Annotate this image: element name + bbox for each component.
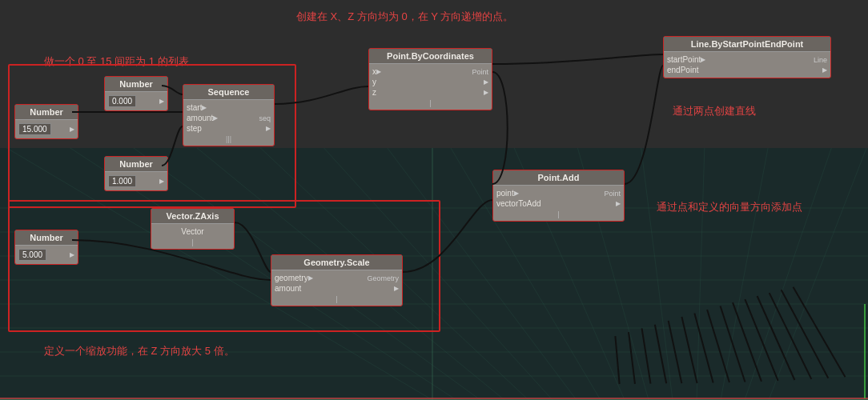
- node-lbsep-start: startPoint▶ Line: [667, 54, 827, 65]
- node-vz-vector: Vector: [155, 226, 231, 237]
- node-lbsep-title: Line.ByStartPointEndPoint: [664, 37, 830, 52]
- node-number-0-row: 0.000 ▶: [108, 94, 164, 108]
- node-line-by-start-end-point[interactable]: Line.ByStartPointEndPoint startPoint▶ Li…: [663, 36, 831, 78]
- node-number-5-title: Number: [15, 230, 78, 246]
- node-number-0-title: Number: [105, 77, 167, 92]
- node-gs-amount: amount▶: [275, 283, 399, 294]
- node-number-0[interactable]: Number 0.000 ▶: [104, 76, 168, 111]
- node-number-1[interactable]: Number 1.000 ▶: [104, 156, 168, 191]
- node-geometry-scale-title: Geometry.Scale: [271, 255, 402, 270]
- node-pbc-y: y▶: [372, 77, 488, 87]
- node-gs-geometry: geometry▶ Geometry: [275, 273, 399, 283]
- node-sequence-start: start▶: [187, 102, 271, 113]
- port-out-arrow3: ▶: [159, 178, 164, 185]
- port-out-arrow: ▶: [70, 126, 74, 133]
- node-point-add[interactable]: Point.Add point▶ Point vectorToAdd▶ |: [492, 170, 625, 222]
- node-number-5-row: 5.000 ▶: [18, 248, 74, 262]
- node-sequence-amount: amount▶ seq: [187, 113, 271, 123]
- node-point-by-coordinates-title: Point.ByCoordinates: [369, 49, 492, 64]
- node-point-by-coordinates[interactable]: Point.ByCoordinates x▶ Point y▶ z▶ |: [368, 48, 492, 110]
- node-number-15-title: Number: [15, 105, 78, 120]
- node-pbc-z: z▶: [372, 87, 488, 98]
- node-lbsep-end: endPoint▶: [667, 65, 827, 75]
- node-sequence-step: step▶: [187, 123, 271, 134]
- node-sequence[interactable]: Sequence start▶ amount▶ seq step▶ |||: [183, 84, 275, 146]
- port-out-arrow2: ▶: [159, 98, 164, 105]
- node-geometry-scale[interactable]: Geometry.Scale geometry▶ Geometry amount…: [271, 254, 403, 306]
- node-number-1-title: Number: [105, 157, 167, 172]
- node-point-add-title: Point.Add: [493, 170, 624, 186]
- node-sequence-title: Sequence: [183, 85, 274, 100]
- node-vector-zaxis[interactable]: Vector.ZAxis Vector |: [151, 208, 235, 250]
- node-number-1-row: 1.000 ▶: [108, 174, 164, 188]
- visualization-area: [617, 280, 820, 384]
- node-vector-zaxis-title: Vector.ZAxis: [151, 209, 234, 224]
- node-number-15-row: 15.000 ▶: [18, 122, 74, 136]
- port-out-arrow4: ▶: [70, 251, 74, 258]
- node-pbc-x: x▶ Point: [372, 66, 488, 77]
- node-pa-point: point▶ Point: [496, 188, 621, 198]
- node-number-5[interactable]: Number 5.000 ▶: [14, 230, 78, 265]
- node-pa-vectortoadd: vectorToAdd▶: [496, 198, 621, 209]
- node-number-15[interactable]: Number 15.000 ▶: [14, 104, 78, 139]
